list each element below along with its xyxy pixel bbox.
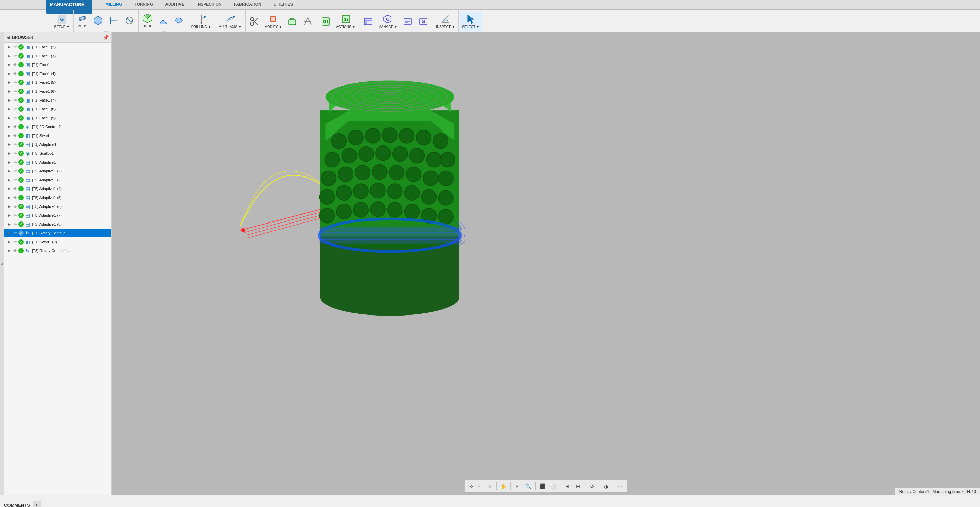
tab-turning[interactable]: TURNING (128, 0, 159, 9)
tree-item[interactable]: ▶ 👁 ✓ ◧ [T1] Swarf1 (2) (4, 238, 111, 246)
viewport[interactable]: X Y Z LEFT FRONT (112, 32, 980, 495)
vp-orbit-btn[interactable]: ↺ (587, 481, 597, 491)
svg-rect-20 (271, 17, 275, 21)
tab-utilities[interactable]: UTILITIES (268, 0, 299, 9)
svg-line-52 (241, 209, 322, 230)
modify-button-3[interactable] (285, 12, 300, 31)
vp-zoom-fit-btn[interactable]: ⊡ (513, 481, 522, 491)
item-type-icon: ▤ (24, 141, 31, 148)
svg-point-98 (388, 183, 402, 199)
modify-button-scissors[interactable] (247, 12, 262, 31)
tab-inspection[interactable]: INSPECTION (190, 0, 228, 9)
tree-item[interactable]: ▶ 👁 ✓ ▣ [T1] Face1 (8) (4, 105, 111, 113)
tree-item[interactable]: ▶ 👁 ✓ ▤ [T5] Adaptive1 (2) (4, 167, 111, 175)
svg-point-87 (338, 167, 353, 182)
drilling-button-1[interactable]: DRILLING ▼ (189, 12, 213, 31)
tree-item[interactable]: ▶ 👁 ✓ ▤ [T5] Adaptive1 (6) (4, 202, 111, 211)
2d-button-1[interactable]: 2D ▼ (75, 11, 90, 30)
manage-button-4[interactable]: G (416, 12, 431, 31)
svg-point-100 (421, 190, 436, 204)
browser-pin-btn[interactable]: 📌 (103, 35, 109, 40)
setup-button[interactable]: G SETUP ▼ (52, 12, 72, 31)
vp-zoom-window-btn[interactable]: 🔍 (524, 481, 533, 491)
tree-item[interactable]: ▶ 👁 ✓ ↻ [T3] Rotary Contour1... (4, 246, 111, 255)
tree-item[interactable]: ▶ 👁 ✓ ▤ [T5] Adaptive1 (7) (4, 211, 111, 220)
eye-icon: 👁 (12, 248, 18, 254)
tab-additive[interactable]: ADDITIVE (159, 0, 190, 9)
tree-item[interactable]: ▶ 👁 ✓ ◉ [T5] Scallop1 (4, 149, 111, 158)
tree-item[interactable]: ▶ 👁 ✓ ▤ [T1] Adaptive4 (4, 140, 111, 149)
vp-shade-btn[interactable]: ◑ (601, 481, 611, 491)
eye-icon: 👁 (12, 106, 18, 112)
eye-icon: 👁 (12, 71, 18, 77)
tree-item[interactable]: ▶ 👁 ✓ ◧ [T1] Swarf1 (4, 131, 111, 140)
vp-section-btn[interactable]: ⊞ (563, 481, 572, 491)
vp-section2-btn[interactable]: ⊟ (573, 481, 583, 491)
tab-milling[interactable]: MILLING (99, 0, 128, 9)
item-type-icon: ▤ (24, 168, 31, 174)
vp-display2-btn[interactable]: ⬜ (549, 481, 558, 491)
ribbon-group-multiaxis: MULTI-AXIS ▼ (215, 10, 245, 32)
inspect-button-1[interactable]: ←→ INSPECT ▼ (434, 12, 457, 31)
vp-more-btn[interactable]: ··· (615, 481, 625, 491)
ribbon-group-actions: G1 G2 ACTIONS ▼ (317, 10, 359, 32)
tree-item[interactable]: ▶ 👁 ✓ ◈ [T1] 2D Contour2 (4, 122, 111, 131)
modify-button-4[interactable] (300, 12, 315, 31)
svg-rect-51 (112, 32, 980, 494)
item-type-icon: ◈ (24, 124, 31, 130)
2d-button-3[interactable] (106, 11, 121, 30)
item-label: [T1] Swarf1 (32, 134, 51, 138)
ribbon-group-modify: MODIFY ▼ (245, 10, 317, 32)
eye-icon: 👁 (12, 168, 18, 174)
tree-item[interactable]: ▶ 👁 ✓ ▣ [T1] Face1 (7) (4, 96, 111, 105)
tree-item[interactable]: ▶ 👁 ✓ ▣ [T1] Face1 (6) (4, 87, 111, 96)
check-icon: ✓ (18, 230, 24, 236)
modify-button-2[interactable]: MODIFY ▼ (262, 12, 284, 31)
select-button[interactable]: SELECT ▼ (460, 12, 482, 31)
tree-expand-icon: ▶ (7, 63, 11, 67)
vp-home-btn[interactable]: ⌂ (485, 481, 495, 491)
actions-button-2[interactable]: G2 ACTIONS ▼ (334, 12, 358, 31)
3d-button-2[interactable] (156, 11, 170, 30)
tab-fabrication[interactable]: FABRICATION (228, 0, 268, 9)
multiaxis-button-1[interactable]: MULTI-AXIS ▼ (216, 12, 244, 31)
3d-button-1[interactable]: 3D ▼ (140, 11, 155, 30)
manage-button-3[interactable] (400, 12, 415, 31)
tree-item[interactable]: ▶ 👁 ✓ ▤ [T5] Adaptive1 (8) (4, 220, 111, 229)
tree-item[interactable]: ▶ 👁 ✓ ↻ [T1] Rotary Contour1 (4, 229, 111, 238)
tree-item[interactable]: ▶ 👁 ✓ ▤ [T5] Adaptive1 (5) (4, 193, 111, 202)
tree-item[interactable]: ▶ 👁 ✓ ▤ [T5] Adaptive1 (3) (4, 175, 111, 184)
vp-pan-btn[interactable]: ✋ (499, 481, 508, 491)
2d-button-2[interactable] (91, 11, 105, 30)
actions-button-1[interactable]: G1 (318, 12, 333, 31)
svg-point-101 (438, 190, 453, 206)
side-handle[interactable]: ◀ (0, 32, 4, 495)
svg-point-57 (320, 278, 459, 316)
tree-item[interactable]: ▶ 👁 ✓ ▣ [T1] Face1 (4) (4, 69, 111, 78)
svg-text:G: G (60, 17, 64, 22)
tree-item[interactable]: ▶ 👁 ✓ ▣ [T1] Face1 (4, 60, 111, 69)
check-icon: ✓ (18, 106, 24, 112)
tree-item[interactable]: ▶ 👁 ✓ ▣ [T1] Face1 (2) (4, 43, 111, 51)
tree-item[interactable]: ▶ 👁 ✓ ▤ [T5] Adaptive1 (4) (4, 184, 111, 193)
browser-collapse-btn[interactable]: ◀ (7, 35, 10, 40)
vp-display-btn[interactable]: ⬛ (538, 481, 547, 491)
3d-button-3[interactable] (171, 11, 186, 30)
tree-item[interactable]: ▶ 👁 ✓ ▣ [T1] Face1 (5) (4, 78, 111, 87)
tree-item[interactable]: ▶ 👁 ✓ ▣ [T1] Face1 (3) (4, 51, 111, 60)
tree-item[interactable]: ▶ 👁 ✓ ▣ [T1] Face1 (9) (4, 113, 111, 122)
2d-button-4[interactable] (122, 11, 137, 30)
navigation-cube[interactable]: X Y Z LEFT FRONT (932, 39, 970, 77)
ribbon-group-2d: 2D ▼ (73, 10, 138, 32)
tree-item[interactable]: ▶ 👁 ✓ ▤ [T5] Adaptive1 (4, 158, 111, 167)
svg-point-84 (426, 152, 441, 167)
tree-expand-icon: ▶ (7, 178, 11, 182)
manage-button-2[interactable]: G MANAGE ▼ (376, 12, 399, 31)
svg-point-86 (321, 171, 336, 186)
manage-button-1[interactable] (361, 12, 375, 31)
svg-line-54 (245, 214, 325, 236)
vp-move-btn[interactable]: ⊹ (467, 481, 476, 491)
check-icon: ✓ (18, 159, 24, 165)
check-icon: ✓ (18, 97, 24, 103)
comments-add-btn[interactable]: + (33, 501, 41, 507)
